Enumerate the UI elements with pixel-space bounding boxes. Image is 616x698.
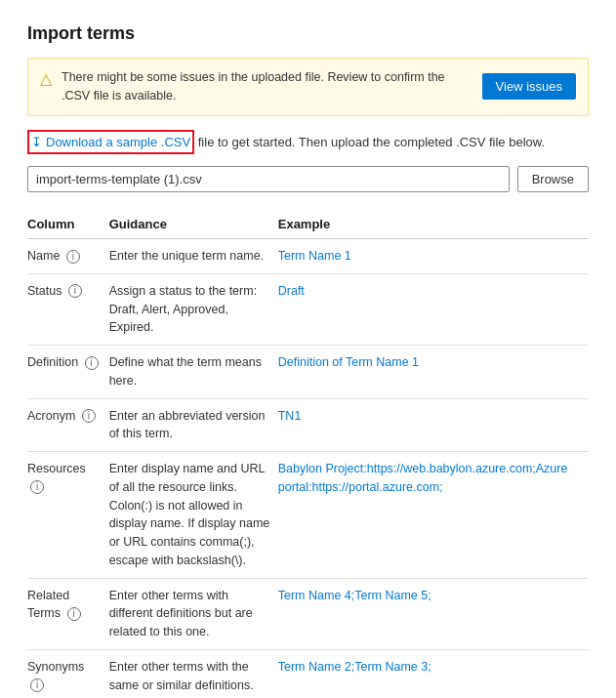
column-name: Related Terms bbox=[27, 589, 69, 621]
table-header-row: Column Guidance Example bbox=[27, 210, 589, 239]
row-guidance-cell: Enter an abbreviated version of this ter… bbox=[109, 398, 278, 452]
column-header-column: Column bbox=[27, 210, 109, 239]
example-link[interactable]: Term Name 4;Term Name 5; bbox=[278, 589, 431, 602]
row-guidance-cell: Enter other terms with the same or simil… bbox=[109, 649, 278, 698]
dialog-title: Import terms bbox=[27, 23, 589, 44]
download-row: ↧ Download a sample .CSV file to get sta… bbox=[27, 130, 589, 155]
column-name: Acronym bbox=[27, 409, 75, 423]
table-row: Acronym iEnter an abbreviated version of… bbox=[27, 398, 589, 452]
download-sample-link[interactable]: ↧ Download a sample .CSV bbox=[27, 130, 194, 155]
row-example-cell: Term Name 1 bbox=[278, 239, 589, 274]
example-link[interactable]: Definition of Term Name 1 bbox=[278, 355, 419, 369]
column-header-example: Example bbox=[278, 210, 589, 239]
column-name: Status bbox=[27, 284, 62, 298]
row-guidance-cell: Enter other terms with different definit… bbox=[109, 578, 278, 649]
download-link-text: Download a sample .CSV bbox=[46, 133, 190, 152]
row-example-cell: Draft bbox=[278, 273, 589, 345]
import-terms-dialog: Import terms △ There might be some issue… bbox=[0, 0, 616, 698]
table-row: Synonyms iEnter other terms with the sam… bbox=[27, 649, 589, 698]
info-icon[interactable]: i bbox=[82, 409, 96, 423]
table-row: Name iEnter the unique term name.Term Na… bbox=[27, 239, 589, 274]
table-row: Related Terms iEnter other terms with di… bbox=[27, 578, 589, 649]
column-name: Synonyms bbox=[27, 660, 84, 674]
info-icon[interactable]: i bbox=[85, 356, 99, 370]
info-icon[interactable]: i bbox=[66, 250, 80, 264]
column-name: Resources bbox=[27, 462, 86, 475]
row-guidance-cell: Assign a status to the term: Draft, Aler… bbox=[109, 273, 278, 345]
row-guidance-cell: Define what the term means here. bbox=[109, 346, 278, 399]
row-column-cell: Status i bbox=[27, 273, 109, 345]
example-link[interactable]: Term Name 1 bbox=[278, 249, 351, 263]
example-link[interactable]: TN1 bbox=[278, 409, 302, 423]
row-column-cell: Related Terms i bbox=[27, 578, 109, 649]
guidance-table: Column Guidance Example Name iEnter the … bbox=[27, 210, 589, 698]
info-icon[interactable]: i bbox=[68, 284, 82, 298]
row-column-cell: Definition i bbox=[27, 346, 109, 399]
table-row: Resources iEnter display name and URL of… bbox=[27, 452, 589, 579]
example-link[interactable]: Term Name 2;Term Name 3; bbox=[278, 660, 431, 674]
file-input-row: Browse bbox=[27, 166, 589, 192]
download-description: file to get started. Then upload the com… bbox=[194, 135, 545, 149]
table-row: Status iAssign a status to the term: Dra… bbox=[27, 273, 589, 345]
info-icon[interactable]: i bbox=[30, 480, 44, 494]
column-name: Name bbox=[27, 249, 60, 263]
row-guidance-cell: Enter the unique term name. bbox=[109, 239, 278, 274]
row-example-cell: Babylon Project:https://web.babylon.azur… bbox=[278, 452, 589, 579]
row-column-cell: Resources i bbox=[27, 452, 109, 579]
row-column-cell: Synonyms i bbox=[27, 649, 109, 698]
row-example-cell: TN1 bbox=[278, 398, 589, 452]
browse-button[interactable]: Browse bbox=[517, 166, 589, 192]
example-link[interactable]: Draft bbox=[278, 284, 305, 298]
view-issues-button[interactable]: View issues bbox=[482, 73, 576, 100]
info-icon[interactable]: i bbox=[30, 678, 44, 692]
column-header-guidance: Guidance bbox=[109, 210, 278, 239]
warning-icon: △ bbox=[40, 69, 52, 88]
warning-banner: △ There might be some issues in the uplo… bbox=[27, 58, 589, 116]
row-example-cell: Definition of Term Name 1 bbox=[278, 346, 589, 399]
example-link[interactable]: Babylon Project:https://web.babylon.azur… bbox=[278, 462, 568, 494]
row-column-cell: Acronym i bbox=[27, 398, 109, 452]
table-row: Definition iDefine what the term means h… bbox=[27, 346, 589, 399]
row-example-cell: Term Name 4;Term Name 5; bbox=[278, 578, 589, 649]
row-example-cell: Term Name 2;Term Name 3; bbox=[278, 649, 589, 698]
row-guidance-cell: Enter display name and URL of all the re… bbox=[109, 452, 278, 579]
info-icon[interactable]: i bbox=[67, 607, 81, 621]
warning-text: There might be some issues in the upload… bbox=[62, 68, 472, 105]
download-icon: ↧ bbox=[31, 133, 42, 152]
column-name: Definition bbox=[27, 355, 78, 369]
row-column-cell: Name i bbox=[27, 239, 109, 274]
file-input[interactable] bbox=[27, 166, 510, 192]
